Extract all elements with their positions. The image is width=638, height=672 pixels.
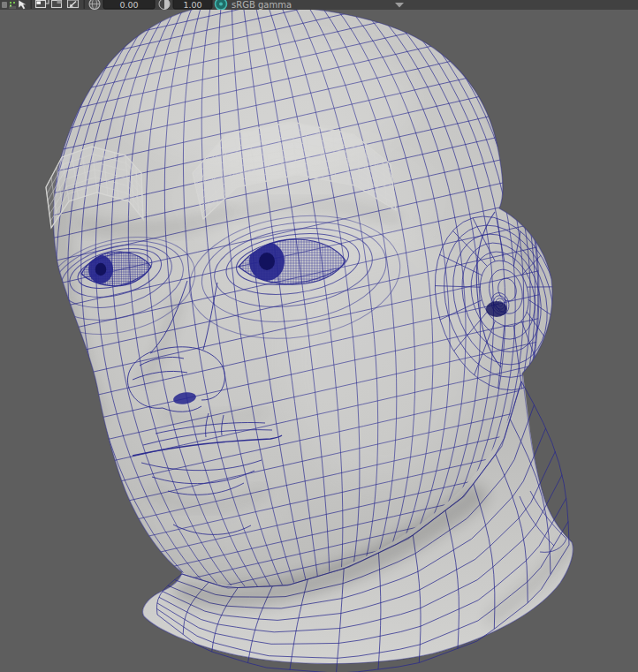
screenshot-region-icon[interactable] [68,0,79,8]
contrast-icon[interactable] [159,0,170,10]
view-transform-dropdown[interactable]: sRGB gamma [232,0,292,10]
viewport-canvas[interactable] [0,0,638,672]
panel-icon[interactable] [52,1,62,8]
exposure-field[interactable]: 0.00 [103,0,155,10]
mesh-curve [486,301,507,317]
toolbar-separator [84,0,86,9]
viewport-panel: 0.00 1.00 sRGB gamma [0,0,638,672]
exposure-value: 0.00 [119,0,138,10]
mesh-curve [259,253,275,270]
rotate-view-icon[interactable] [89,0,100,10]
panel-toolbar: 0.00 1.00 sRGB gamma [0,0,638,10]
mesh-curve [141,486,283,556]
gamma-value: 1.00 [183,0,201,10]
tool-fragment-icon[interactable] [2,2,7,8]
color-management-icon[interactable] [216,0,227,10]
mesh-curve [95,263,107,276]
gamma-field[interactable]: 1.00 [173,0,212,10]
toolbar-separator [31,0,33,9]
